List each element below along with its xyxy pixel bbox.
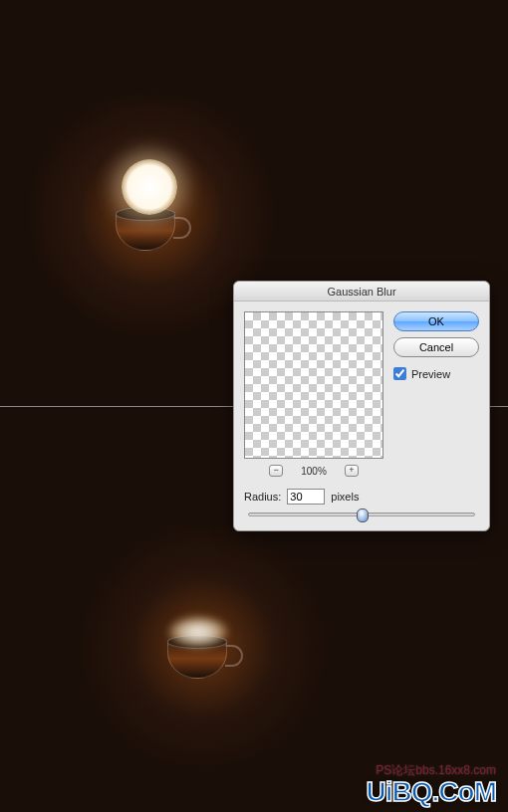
glow-blurred [169, 617, 227, 647]
dialog-title: Gaussian Blur [234, 282, 489, 302]
zoom-out-button[interactable]: − [269, 465, 283, 477]
preview-canvas[interactable] [244, 311, 383, 459]
preview-checkbox[interactable] [393, 367, 406, 380]
radius-input[interactable] [287, 489, 325, 505]
gaussian-blur-dialog: Gaussian Blur − 100% + OK Cancel Preview… [233, 281, 490, 531]
radius-slider-thumb[interactable] [357, 508, 369, 522]
ok-button[interactable]: OK [393, 311, 479, 331]
radius-slider-track[interactable] [248, 512, 475, 516]
preview-label: Preview [411, 368, 450, 380]
cancel-button[interactable]: Cancel [393, 337, 479, 357]
radius-label: Radius: [244, 491, 281, 503]
glow-sphere [122, 159, 177, 215]
zoom-level: 100% [301, 466, 327, 477]
preview-checkbox-row[interactable]: Preview [393, 367, 479, 380]
watermark-large: UiBQ.CoM [367, 776, 496, 808]
radius-unit: pixels [331, 491, 359, 503]
zoom-in-button[interactable]: + [345, 465, 359, 477]
